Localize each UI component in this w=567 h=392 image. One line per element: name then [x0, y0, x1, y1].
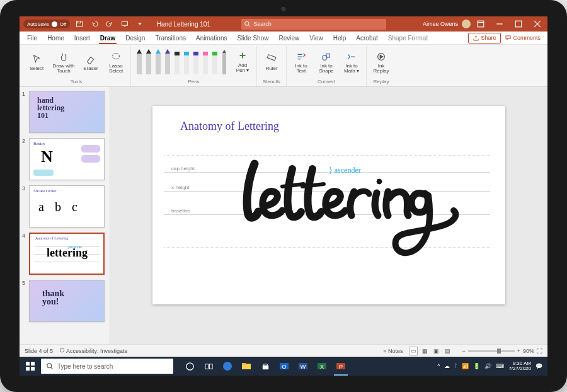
ink-replay-button[interactable]: Ink Replay [370, 47, 392, 78]
svg-point-32 [377, 179, 382, 184]
tab-file[interactable]: File [22, 32, 42, 44]
thumb-4[interactable]: 4 Anatomy of Lettering lettering }ascend… [22, 233, 107, 275]
ink-to-math-button[interactable]: Ink to Math ▾ [341, 47, 362, 78]
lasso-button[interactable]: Lasso Select [105, 47, 127, 78]
thumb-5[interactable]: 5 thank you! [22, 280, 107, 322]
draw-with-touch-button[interactable]: Draw with Touch [51, 47, 76, 78]
pen-8[interactable] [201, 48, 210, 77]
fit-icon[interactable]: ⛶ [537, 348, 542, 354]
thumb-3[interactable]: 3 Stroke Order a b c [22, 185, 107, 228]
tab-animations[interactable]: Animations [191, 32, 232, 44]
zoom-control[interactable]: − + 90% ⛶ [462, 348, 542, 354]
start-button[interactable] [20, 357, 41, 376]
pen-4[interactable] [163, 48, 172, 77]
svg-marker-26 [222, 50, 226, 74]
action-center-icon[interactable]: 💬 [536, 363, 542, 369]
tab-review[interactable]: Review [273, 32, 304, 44]
bluetooth-icon[interactable]: ⨡ [454, 363, 457, 369]
normal-view-icon[interactable]: ▭ [409, 347, 418, 355]
select-button[interactable]: Select [26, 47, 47, 78]
svg-rect-36 [31, 367, 35, 371]
pen-5[interactable] [173, 48, 181, 77]
thumbnail-panel[interactable]: 1 hand lettering 101 2 Basics N 3 [20, 87, 110, 344]
taskview-icon[interactable] [200, 357, 217, 376]
eraser-button[interactable]: Eraser [80, 47, 101, 78]
tab-home[interactable]: Home [42, 32, 69, 44]
ink-to-text-button[interactable]: Ink to Text [290, 47, 312, 78]
powerpoint-icon[interactable]: P [332, 357, 350, 376]
tab-insert[interactable]: Insert [69, 32, 95, 44]
zoom-in-icon[interactable]: + [517, 348, 520, 354]
pen-3[interactable] [154, 48, 163, 77]
cortana-icon[interactable] [181, 357, 198, 376]
sorter-view-icon[interactable]: ▦ [420, 347, 429, 355]
qat-dropdown-icon[interactable] [134, 18, 146, 30]
svg-marker-27 [222, 50, 226, 53]
tab-design[interactable]: Design [120, 32, 150, 44]
clock[interactable]: 9:30 AM 7/27/2020 [508, 361, 531, 372]
close-button[interactable] [529, 16, 546, 32]
ruler-button[interactable]: Ruler [261, 47, 282, 78]
pen-7[interactable] [192, 48, 200, 77]
svg-rect-4 [478, 21, 484, 27]
thumb-1[interactable]: 1 hand lettering 101 [22, 91, 107, 133]
group-convert: Ink to Text Ink to Shape Ink to Math ▾ C… [287, 46, 367, 86]
store-icon[interactable] [256, 357, 274, 376]
tab-shape-format[interactable]: Shape Format [383, 32, 433, 44]
edge-icon[interactable] [219, 357, 236, 376]
maximize-button[interactable] [510, 16, 527, 32]
add-pen-button[interactable]: Add Pen ▾ [232, 51, 253, 74]
tab-draw[interactable]: Draw [95, 32, 120, 44]
taskbar-search[interactable]: Type here to search [41, 359, 173, 374]
tab-help[interactable]: Help [328, 32, 352, 44]
ribbon-display-icon[interactable] [472, 16, 490, 32]
word-icon[interactable]: W [294, 357, 312, 376]
group-stencils-label: Stencils [263, 79, 280, 86]
search-box[interactable] [241, 19, 386, 30]
present-icon[interactable] [119, 18, 130, 30]
explorer-icon[interactable] [238, 357, 255, 376]
network-icon[interactable]: 📶 [462, 363, 469, 369]
tab-transitions[interactable]: Transitions [150, 32, 191, 44]
pen-1[interactable] [135, 48, 144, 77]
avatar[interactable] [462, 20, 471, 28]
tab-acrobat[interactable]: Acrobat [351, 32, 382, 44]
pen-10[interactable] [220, 48, 229, 77]
svg-point-38 [186, 362, 193, 369]
minimize-button[interactable] [491, 16, 508, 32]
onedrive-icon[interactable]: ☁ [444, 363, 450, 369]
share-button[interactable]: Share [468, 33, 501, 43]
svg-point-41 [223, 362, 232, 371]
notes-button[interactable]: ≡ Notes [383, 348, 403, 354]
battery-icon[interactable]: 🔋 [473, 363, 480, 369]
pen-2[interactable] [144, 48, 153, 77]
group-stencils: Ruler Stencils [257, 46, 287, 86]
autosave-toggle[interactable]: AutoSave Off [23, 20, 70, 28]
slide-canvas[interactable]: Anatomy of Lettering cap height x-height… [110, 87, 547, 344]
accessibility-status[interactable]: ⛉ Accessibility: Investigate [59, 348, 128, 354]
thumb-2[interactable]: 2 Basics N [22, 138, 107, 180]
autosave-label: AutoSave [27, 21, 49, 27]
svg-rect-17 [175, 52, 180, 55]
pen-9[interactable] [210, 48, 219, 77]
undo-icon[interactable] [89, 18, 100, 30]
autosave-dot [52, 21, 57, 27]
input-icon[interactable]: ⌨ [496, 363, 504, 369]
excel-icon[interactable]: X [313, 357, 331, 376]
redo-icon[interactable] [104, 18, 115, 30]
slideshow-view-icon[interactable]: ▤ [443, 347, 452, 355]
ink-to-shape-button[interactable]: Ink to Shape [316, 47, 337, 78]
pen-6[interactable] [182, 48, 191, 77]
tab-view[interactable]: View [304, 32, 328, 44]
comments-button[interactable]: Comments [501, 33, 545, 43]
search-input[interactable] [253, 21, 384, 27]
tab-slideshow[interactable]: Slide Show [232, 32, 273, 44]
svg-marker-13 [156, 49, 161, 54]
zoom-out-icon[interactable]: − [462, 348, 465, 354]
outlook-icon[interactable]: O [275, 357, 293, 376]
volume-icon[interactable]: 🔊 [484, 363, 491, 369]
reading-view-icon[interactable]: ▣ [432, 347, 440, 355]
tray-chevron-icon[interactable]: ^ [437, 363, 440, 369]
zoom-slider[interactable] [468, 350, 515, 352]
save-icon[interactable] [74, 18, 85, 30]
